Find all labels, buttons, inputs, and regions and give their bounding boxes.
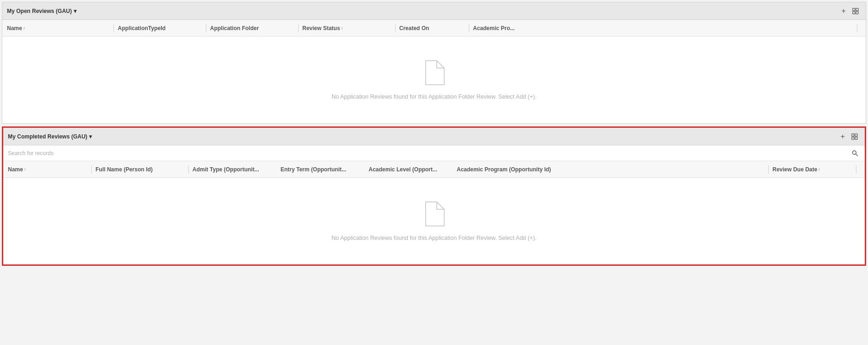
completed-reviews-empty-icon — [423, 201, 445, 228]
search-input[interactable] — [8, 150, 850, 157]
open-reviews-title: My Open Reviews (GAU) — [7, 8, 72, 14]
open-reviews-actions: + — [839, 6, 861, 16]
open-reviews-chevron: ▾ — [74, 8, 77, 14]
open-col-status[interactable]: Review Status ↑ — [302, 25, 395, 31]
open-col-status-sort: ↑ — [341, 26, 343, 31]
svg-rect-2 — [853, 12, 855, 14]
open-col-name[interactable]: Name ↑ — [7, 25, 114, 31]
svg-rect-6 — [852, 137, 854, 139]
open-reviews-empty-text: No Application Reviews found for this Ap… — [332, 94, 536, 100]
comp-divider-2 — [188, 165, 189, 174]
comp-col-duedate[interactable]: Review Due Date ↑ — [772, 166, 856, 173]
open-reviews-empty-icon — [423, 60, 445, 87]
svg-point-8 — [853, 151, 856, 154]
svg-line-9 — [856, 154, 858, 156]
open-col-type[interactable]: ApplicationTypeId — [118, 25, 206, 31]
completed-reviews-chevron: ▾ — [89, 133, 92, 140]
open-col-name-sort: ↑ — [23, 26, 26, 31]
open-reviews-empty-state: No Application Reviews found for this Ap… — [2, 37, 866, 123]
completed-reviews-grid-button[interactable] — [849, 132, 860, 141]
comp-divider-3 — [768, 165, 769, 174]
completed-reviews-empty-state: No Application Reviews found for this Ap… — [3, 178, 865, 264]
comp-col-name-sort: ↑ — [24, 167, 26, 172]
svg-rect-1 — [856, 8, 858, 11]
comp-divider-1 — [91, 165, 92, 174]
comp-col-program[interactable]: Academic Program (Opportunity Id) — [457, 166, 768, 173]
completed-reviews-col-headers: Name ↑ Full Name (Person Id) Admit Type … — [3, 161, 865, 178]
col-divider-3 — [298, 24, 299, 32]
completed-reviews-header: My Completed Reviews (GAU) ▾ + — [3, 128, 865, 145]
completed-reviews-section: My Completed Reviews (GAU) ▾ + — [2, 126, 866, 266]
comp-divider-4 — [856, 165, 856, 174]
search-icon-button[interactable] — [850, 150, 860, 157]
completed-reviews-empty-text: No Application Reviews found for this Ap… — [332, 235, 536, 241]
completed-reviews-actions: + — [838, 132, 860, 142]
open-col-folder[interactable]: Application Folder — [210, 25, 298, 31]
comp-col-level[interactable]: Academic Level (Opport... — [369, 166, 457, 173]
svg-rect-0 — [853, 8, 855, 11]
open-reviews-col-headers: Name ↑ ApplicationTypeId Application Fol… — [2, 20, 866, 37]
open-col-created[interactable]: Created On — [399, 25, 469, 31]
open-reviews-header: My Open Reviews (GAU) ▾ + — [2, 2, 866, 20]
comp-col-fullname[interactable]: Full Name (Person Id) — [96, 166, 188, 173]
comp-col-admit[interactable]: Admit Type (Opportunit... — [192, 166, 281, 173]
comp-col-name[interactable]: Name ↑ — [8, 166, 91, 173]
col-divider-4 — [395, 24, 396, 32]
svg-rect-4 — [852, 134, 854, 136]
completed-reviews-search-bar — [3, 145, 865, 161]
comp-col-entry[interactable]: Entry Term (Opportunit... — [281, 166, 369, 173]
col-divider-6 — [857, 24, 857, 32]
open-reviews-section: My Open Reviews (GAU) ▾ + Name ↑ — [2, 2, 866, 124]
col-divider-2 — [206, 24, 206, 32]
comp-col-duedate-sort: ↑ — [818, 167, 821, 172]
svg-rect-7 — [855, 137, 857, 139]
open-reviews-title-btn[interactable]: My Open Reviews (GAU) ▾ — [7, 8, 77, 14]
svg-rect-3 — [856, 12, 858, 14]
open-reviews-grid-button[interactable] — [850, 7, 861, 15]
col-divider-1 — [114, 24, 114, 32]
open-reviews-add-button[interactable]: + — [839, 6, 848, 16]
completed-reviews-add-button[interactable]: + — [838, 132, 847, 142]
svg-rect-5 — [855, 134, 857, 136]
page-container: My Open Reviews (GAU) ▾ + Name ↑ — [0, 0, 868, 345]
open-col-academic[interactable]: Academic Pro... — [473, 25, 857, 31]
col-divider-5 — [469, 24, 469, 32]
completed-reviews-title: My Completed Reviews (GAU) — [8, 133, 87, 140]
completed-reviews-title-btn[interactable]: My Completed Reviews (GAU) ▾ — [8, 133, 92, 140]
